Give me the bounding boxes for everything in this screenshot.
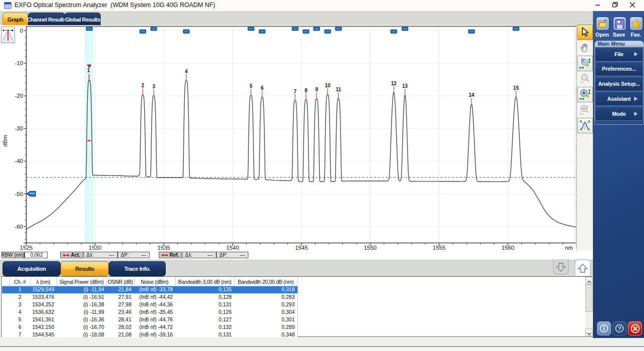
svg-text:1: 1: [87, 68, 90, 73]
svg-text:dBm: dBm: [2, 135, 8, 147]
svg-text:nm: nm: [565, 245, 573, 251]
svg-text:8: 8: [304, 88, 307, 93]
svg-text:7: 7: [294, 89, 297, 94]
svg-text:-40: -40: [15, 158, 23, 164]
svg-text:1555: 1555: [433, 245, 446, 251]
svg-text:1545: 1545: [295, 245, 308, 251]
svg-text:1535: 1535: [157, 245, 170, 251]
svg-text:0: 0: [20, 28, 23, 34]
svg-text:-10: -10: [15, 60, 23, 66]
svg-text:-30: -30: [15, 125, 23, 131]
svg-text:?: ?: [618, 325, 621, 331]
svg-text:11: 11: [336, 87, 342, 92]
svg-text:14: 14: [469, 92, 475, 98]
svg-text:13: 13: [402, 83, 408, 89]
svg-text:4: 4: [185, 69, 188, 74]
svg-text:1:1: 1:1: [580, 81, 583, 84]
svg-text:10: 10: [325, 83, 331, 88]
svg-text:9: 9: [315, 87, 318, 92]
svg-text:1560: 1560: [501, 245, 514, 251]
svg-text:12: 12: [391, 81, 397, 86]
svg-text:-20: -20: [15, 93, 23, 99]
svg-text:2: 2: [141, 83, 144, 88]
svg-text:1550: 1550: [364, 245, 377, 251]
svg-text:3: 3: [152, 84, 155, 89]
svg-text:6: 6: [261, 85, 264, 91]
svg-text:1530: 1530: [89, 245, 102, 251]
svg-text:15: 15: [513, 85, 519, 91]
svg-text:1540: 1540: [226, 245, 239, 251]
svg-text:5: 5: [249, 83, 252, 89]
svg-text:-60: -60: [15, 224, 23, 230]
svg-text:1525: 1525: [20, 245, 33, 251]
svg-text:-50: -50: [15, 191, 23, 197]
